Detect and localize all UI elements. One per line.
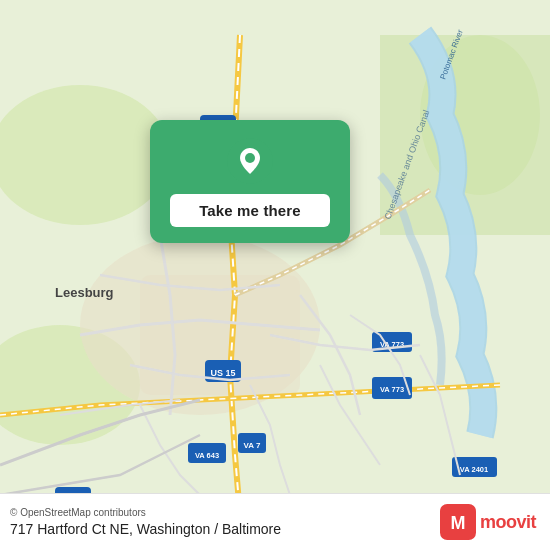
bottom-left: © OpenStreetMap contributors 717 Hartfor…	[10, 507, 281, 537]
moovit-logo: M moovit	[440, 504, 536, 540]
svg-text:US 15: US 15	[210, 368, 235, 378]
osm-attribution: © OpenStreetMap contributors	[10, 507, 281, 518]
address-text: 717 Hartford Ct NE, Washington / Baltimo…	[10, 521, 281, 537]
svg-text:Leesburg: Leesburg	[55, 285, 114, 300]
svg-point-29	[245, 153, 255, 163]
location-pin-icon	[227, 138, 273, 184]
svg-text:VA 643: VA 643	[195, 451, 219, 460]
bottom-bar: © OpenStreetMap contributors 717 Hartfor…	[0, 493, 550, 550]
svg-text:VA 7: VA 7	[244, 441, 261, 450]
map-svg: US 15 US 15 US 15 VA 7 VA 7 VA 643 VA 77…	[0, 0, 550, 550]
take-me-there-button[interactable]: Take me there	[170, 194, 330, 227]
moovit-icon: M	[440, 504, 476, 540]
moovit-text: moovit	[480, 512, 536, 533]
svg-text:VA 773: VA 773	[380, 385, 404, 394]
svg-text:M: M	[450, 513, 465, 533]
popup-card: Take me there	[150, 120, 350, 243]
map-container: US 15 US 15 US 15 VA 7 VA 7 VA 643 VA 77…	[0, 0, 550, 550]
svg-text:VA 2401: VA 2401	[460, 465, 488, 474]
